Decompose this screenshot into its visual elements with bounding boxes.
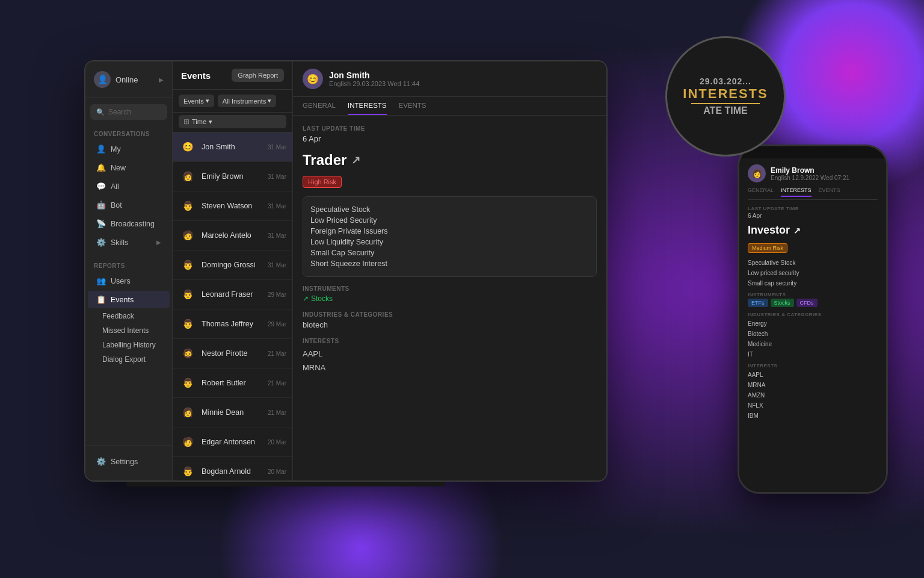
phone-industry-item: Medicine [748, 339, 878, 349]
tab-general[interactable]: GENERAL [303, 97, 336, 115]
phone-user-info: Emily Brown English 12.9.2022 Wed 07:21 [771, 166, 849, 181]
last-update-value: 6 Apr [303, 134, 597, 143]
main-header: 😊 Jon Smith English 29.03.2023 Wed 11:44 [293, 61, 606, 97]
list-item[interactable]: 🧔 Nestor Pirotte 21 Mar [173, 339, 292, 368]
time-filter-label: Time [192, 118, 206, 125]
instruments-label: INSTRUMENTS [303, 285, 597, 292]
conv-avatar: 👨 [179, 197, 197, 215]
list-item[interactable]: 👩 Emily Brown 31 Mar [173, 162, 292, 191]
conv-name: Edgar Antonsen [202, 438, 263, 446]
conv-name: Nestor Pirotte [202, 349, 263, 358]
list-item[interactable]: 👨 Thomas Jeffrey 29 Mar [173, 309, 292, 339]
conv-date: 31 Mar [268, 232, 286, 239]
main-user-avatar: 😊 [303, 69, 323, 89]
skills-icon: ⚙️ [96, 238, 106, 247]
conv-avatar: 👨 [179, 315, 197, 333]
sidebar-item-bot[interactable]: 🤖 Bot [88, 196, 170, 214]
tab-events[interactable]: EVENTS [399, 97, 427, 115]
tab-interests[interactable]: INTERESTS [348, 97, 387, 115]
conv-avatar: 👨 [179, 374, 197, 392]
app-container: 👤 Online ▶ 🔍 Search CONVERSATIONS 👤 My 🔔… [85, 61, 606, 480]
feedback-label: Feedback [102, 312, 134, 320]
list-item[interactable]: 👨 Leonard Fraser 29 Mar [173, 280, 292, 309]
conv-date: 31 Mar [268, 262, 286, 269]
industries-value: biotech [303, 320, 597, 329]
reports-section-label: REPORTS [85, 258, 172, 272]
zoom-underline [691, 103, 759, 104]
sidebar-item-users-label: Users [111, 277, 131, 285]
phone-tab-general[interactable]: GENERAL [748, 187, 774, 197]
sidebar-sub-labelling-history[interactable]: Labelling History [85, 338, 172, 352]
sidebar-item-users[interactable]: 👥 Users [88, 272, 170, 290]
sidebar-sub-feedback[interactable]: Feedback [85, 309, 172, 323]
instruments-filter-chevron: ▾ [268, 97, 271, 105]
sidebar-sub-dialog-export[interactable]: Dialog Export [85, 352, 172, 367]
phone-frame: 👩 Emily Brown English 12.9.2022 Wed 07:2… [738, 144, 888, 494]
search-bar[interactable]: 🔍 Search [90, 104, 167, 120]
interests-tickers: AAPLMRNA [303, 347, 597, 375]
graph-report-button[interactable]: Graph Report [232, 69, 284, 82]
events-filter-button[interactable]: Events ▾ [179, 95, 214, 107]
sidebar-item-all[interactable]: 💬 All [88, 178, 170, 195]
conv-name: Bogdan Arnold [202, 467, 263, 476]
phone-interests-label: INTERESTS [748, 363, 878, 368]
all-icon: 💬 [96, 182, 106, 191]
list-item[interactable]: 👨 Bogdan Arnold 20 Mar [173, 457, 292, 480]
phone-avatar: 👩 [748, 164, 766, 182]
main-user-meta: English 29.03.2023 Wed 11:44 [329, 80, 597, 87]
phone-instruments-label: INSTRUMENTS [748, 292, 878, 297]
list-item[interactable]: 😊 Jon Smith 31 Mar [173, 132, 292, 162]
conv-avatar: 🧑 [179, 433, 197, 451]
conv-avatar: 👨 [179, 285, 197, 303]
sidebar-item-skills[interactable]: ⚙️ Skills ▶ [88, 234, 170, 251]
grid-icon: ⊞ [183, 117, 189, 126]
interest-item: Low Liquidity Security [310, 237, 589, 247]
phone-content: 👩 Emily Brown English 12.9.2022 Wed 07:2… [739, 158, 886, 492]
events-title: Events [181, 70, 211, 81]
labelling-history-label: Labelling History [102, 341, 156, 349]
conv-name: Thomas Jeffrey [202, 320, 263, 328]
list-item[interactable]: 👩 Minnie Dean 21 Mar [173, 398, 292, 427]
phone-last-update-label: LAST UPDATE TIME [748, 206, 878, 211]
list-item[interactable]: 👨 Robert Butler 21 Mar [173, 368, 292, 398]
sidebar-item-broadcasting[interactable]: 📡 Broadcasting [88, 215, 170, 232]
sidebar-item-events[interactable]: 📋 Events [88, 291, 170, 308]
conv-avatar: 👩 [179, 403, 197, 421]
zoom-date: 29.03.202... [683, 76, 768, 86]
conv-avatar: 👩 [179, 167, 197, 185]
events-icon: 📋 [96, 295, 106, 304]
broadcasting-icon: 📡 [96, 219, 106, 228]
instruments-section: INSTRUMENTS ↗ Stocks [303, 285, 597, 303]
ticker-item: MRNA [303, 361, 597, 374]
phone-ticker-item: NFLX [748, 400, 878, 411]
online-label: Online [116, 75, 138, 84]
time-filter-button[interactable]: ⊞ Time ▾ [179, 115, 286, 128]
interest-item: Short Squeeze Interest [310, 258, 589, 269]
phone-tab-interests[interactable]: INTERESTS [781, 187, 812, 197]
conv-name: Jon Smith [202, 143, 263, 151]
filter-row: Events ▾ All Instruments ▾ [173, 90, 292, 113]
list-item[interactable]: 👨 Domingo Grossi 31 Mar [173, 250, 292, 280]
sidebar-sub-missed-intents[interactable]: Missed Intents [85, 323, 172, 338]
list-item[interactable]: 🧑 Marcelo Antelo 31 Mar [173, 221, 292, 250]
sidebar-item-bot-label: Bot [111, 201, 122, 210]
sidebar-item-my[interactable]: 👤 My [88, 140, 170, 158]
phone-interest-item: Low priced security [748, 268, 878, 278]
instruments-filter-button[interactable]: All Instruments ▾ [218, 95, 277, 107]
main-user-name: Jon Smith [329, 70, 597, 80]
list-item[interactable]: 👨 Steven Watson 31 Mar [173, 191, 292, 221]
phone-industry-item: IT [748, 349, 878, 359]
conv-date: 29 Mar [268, 321, 286, 328]
stocks-label: Stocks [311, 294, 333, 303]
conv-name: Marcelo Antelo [202, 231, 263, 240]
conv-name: Steven Watson [202, 202, 263, 210]
laptop-frame: 👤 Online ▶ 🔍 Search CONVERSATIONS 👤 My 🔔… [84, 60, 608, 482]
list-item[interactable]: 🧑 Edgar Antonsen 20 Mar [173, 427, 292, 457]
phone-notch [783, 146, 843, 158]
conv-date: 29 Mar [268, 291, 286, 298]
interests-tickers-section: INTERESTS AAPLMRNA [303, 338, 597, 375]
sidebar-item-new[interactable]: 🔔 New [88, 159, 170, 176]
sidebar-item-events-label: Events [111, 296, 134, 304]
sidebar-item-settings[interactable]: ⚙️ Settings [88, 453, 170, 470]
phone-tab-events[interactable]: EVENTS [819, 187, 840, 197]
